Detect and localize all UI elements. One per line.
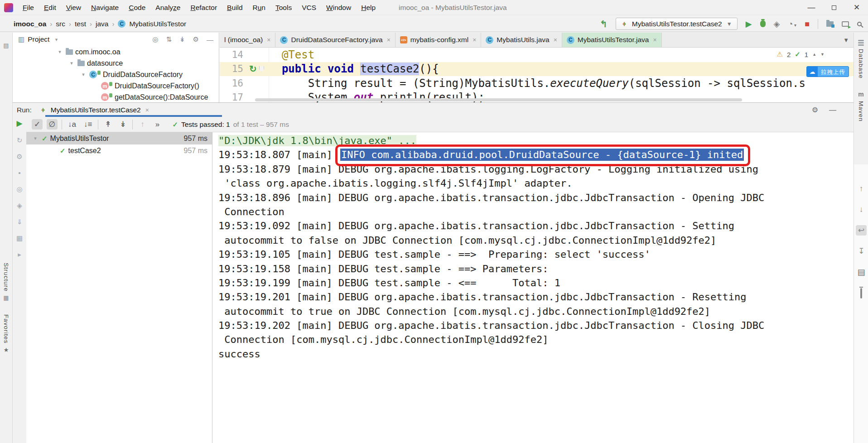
stop-process-icon[interactable]: ▪ <box>18 169 20 176</box>
menu-code[interactable]: Code <box>124 4 150 12</box>
maximize-button[interactable] <box>823 0 845 15</box>
coverage-icon[interactable]: ◈ <box>17 202 22 209</box>
coverage-button[interactable]: ◈ <box>774 20 780 28</box>
clear-console-icon[interactable] <box>858 288 864 299</box>
hide-panel-icon[interactable]: — <box>207 36 213 43</box>
test-tree-row[interactable]: ✓testCase2957 ms <box>26 144 212 157</box>
editor-tab[interactable]: CMybatisUtils.java× <box>481 33 562 47</box>
test-tree-row[interactable]: ▾✓MybatisUtilsTestor957 ms <box>26 132 212 144</box>
prev-issue-icon[interactable]: ▲ <box>812 52 816 57</box>
breadcrumb-item[interactable]: src <box>56 20 65 28</box>
editor-horizontal-scrollbar[interactable] <box>255 98 742 101</box>
sidebar-item-project[interactable]: ▤ <box>0 43 12 48</box>
locate-file-icon[interactable]: ◎ <box>152 35 158 43</box>
scroll-to-end-icon[interactable]: ↧ <box>856 246 867 256</box>
sort-alphabetically-icon[interactable]: ↓a <box>66 119 78 130</box>
menu-window[interactable]: Window <box>321 4 356 12</box>
gear-icon[interactable]: ⚙ <box>193 35 199 43</box>
import-results-icon[interactable]: ⇓ <box>17 218 23 225</box>
upload-badge[interactable]: ☁ 拉拽上传 <box>806 66 849 77</box>
breadcrumb-item[interactable]: java <box>96 20 108 28</box>
sidebar-item-favorites[interactable]: Favorites ★ <box>0 314 12 353</box>
close-tab-icon[interactable]: × <box>473 36 476 43</box>
scroll-up-icon[interactable]: ↑ <box>857 183 866 194</box>
chevron-down-icon[interactable]: ▾ <box>56 49 63 55</box>
profiler-button[interactable]: ◔ ▾ <box>788 20 796 28</box>
sidebar-item-database[interactable]: Database <box>854 40 868 79</box>
editor-tab[interactable]: l (imooc_oa)× <box>220 33 275 47</box>
sidebar-item-structure[interactable]: Structure ▦ <box>0 263 12 301</box>
menu-navigate[interactable]: Navigate <box>86 4 124 12</box>
layout-icon[interactable]: ▦ <box>16 235 23 241</box>
gear-icon[interactable]: ⚙ <box>812 106 818 114</box>
menu-refactor[interactable]: Refactor <box>185 4 222 12</box>
more-options-icon[interactable]: » <box>152 119 163 130</box>
menu-help[interactable]: Help <box>356 4 381 12</box>
project-panel-title[interactable]: Project <box>28 35 49 43</box>
scroll-down-icon[interactable]: ↓ <box>857 204 866 215</box>
code-line[interactable]: 15↻ public void testCase2(){ <box>220 62 854 77</box>
run-console[interactable]: "D:\JDK\jdk 1.8\bin\java.exe" ...19:53:1… <box>213 132 854 443</box>
soft-wrap-icon[interactable]: ↩ <box>856 225 867 236</box>
chevron-down-icon[interactable]: ▾ <box>53 37 60 43</box>
test-settings-icon[interactable]: ⚙ <box>16 153 22 160</box>
search-everywhere-icon[interactable] <box>857 22 862 26</box>
project-tree-item[interactable]: ▾CDruidDataSourceFactory <box>13 69 219 80</box>
hide-panel-icon[interactable]: — <box>829 106 836 114</box>
menu-vcs[interactable]: VCS <box>297 4 321 12</box>
chevron-down-icon[interactable]: ▾ <box>32 135 39 141</box>
project-structure-icon[interactable] <box>826 21 834 27</box>
hidden-tabs-chevron-icon[interactable]: ▼ <box>843 37 849 43</box>
stop-button[interactable]: ■ <box>805 20 810 28</box>
chevron-down-icon[interactable]: ▾ <box>80 72 87 77</box>
code-editor[interactable]: 14 @Test15↻ public void testCase2(){16 S… <box>220 48 854 102</box>
close-tab-icon[interactable]: × <box>387 36 391 43</box>
editor-tab[interactable]: </>mybatis-config.xml× <box>395 33 482 47</box>
close-button[interactable]: ✕ <box>845 0 868 15</box>
menu-tools[interactable]: Tools <box>270 4 297 12</box>
sidebar-item-maven[interactable]: m Maven <box>854 91 868 122</box>
breadcrumb-item[interactable]: imooc_oa <box>14 20 46 28</box>
snapshot-icon[interactable]: ◎ <box>16 186 22 193</box>
sync-arrow-icon[interactable]: ↰ <box>600 19 608 29</box>
collapse-all-icon[interactable]: ↡ <box>179 35 185 43</box>
print-icon[interactable]: ▤ <box>855 267 867 278</box>
debug-button[interactable] <box>760 20 766 27</box>
code-line[interactable]: 16 String result = (String)MybatisUtils.… <box>220 76 854 91</box>
project-tree-item[interactable]: mgetDataSource():DataSource <box>13 91 219 102</box>
run-button[interactable]: ▶ <box>746 20 752 28</box>
previous-test-icon[interactable]: ↑ <box>137 119 148 130</box>
run-tab[interactable]: MybatisUtilsTestor.testCase2 × <box>39 106 149 114</box>
sort-by-duration-icon[interactable]: ↓≡ <box>82 119 94 130</box>
show-passed-icon[interactable]: ✓ <box>32 119 43 130</box>
project-tree-item[interactable]: mDruidDataSourceFactory() <box>13 80 219 91</box>
menu-file[interactable]: File <box>18 4 39 12</box>
run-test-gutter-icon[interactable]: ↻ <box>249 64 257 73</box>
close-tab-icon[interactable]: × <box>145 106 149 114</box>
hide-passed-icon[interactable]: ∅ <box>47 119 58 130</box>
menu-analyze[interactable]: Analyze <box>150 4 185 12</box>
minimize-button[interactable]: — <box>800 0 823 15</box>
collapse-all-icon[interactable]: ↡ <box>117 119 128 130</box>
project-tree-item[interactable]: ▾com.imooc.oa <box>13 46 219 58</box>
expand-all-icon[interactable]: ⇅ <box>166 35 172 43</box>
menu-run[interactable]: Run <box>248 4 270 12</box>
close-tab-icon[interactable]: × <box>554 36 557 43</box>
editor-tab[interactable]: CMybatisUtilsTestor.java× <box>562 33 662 47</box>
expand-all-icon[interactable]: ↟ <box>102 119 113 130</box>
chevron-down-icon[interactable]: ▾ <box>68 60 75 66</box>
breadcrumb-item[interactable]: MybatisUtilsTestor <box>129 20 186 28</box>
menu-view[interactable]: View <box>61 4 86 12</box>
rerun-button[interactable]: ▶ <box>16 120 22 127</box>
editor-tab[interactable]: CDruidDataSourceFactory.java× <box>275 33 395 47</box>
run-anything-icon[interactable] <box>842 21 849 27</box>
inspections-widget[interactable]: ⚠ 2 ✓ 1 ▲ ▼ <box>776 50 825 58</box>
rerun-tests-icon[interactable]: ↻ <box>17 137 23 144</box>
pin-icon[interactable]: ▸ <box>18 251 21 258</box>
breadcrumb-item[interactable]: test <box>75 20 86 28</box>
run-configuration-select[interactable]: MybatisUtilsTestor.testCase2 ▼ <box>616 18 738 30</box>
menu-edit[interactable]: Edit <box>39 4 61 12</box>
next-issue-icon[interactable]: ▼ <box>820 52 825 57</box>
project-tree-item[interactable]: ▾datasource <box>13 58 219 69</box>
code-line[interactable]: 14 @Test <box>220 48 854 62</box>
